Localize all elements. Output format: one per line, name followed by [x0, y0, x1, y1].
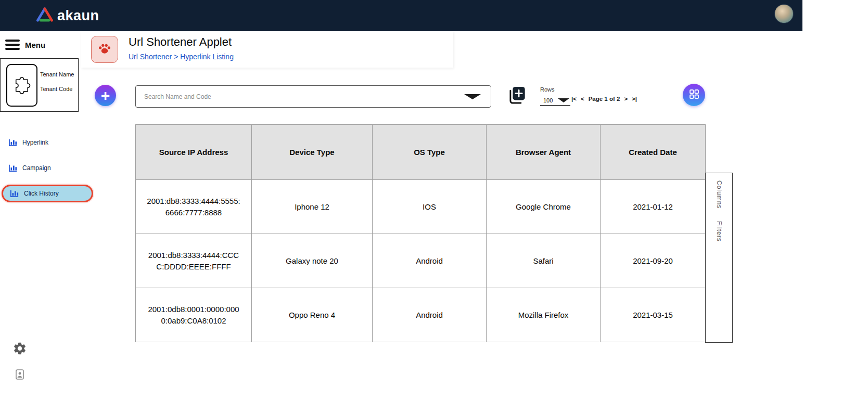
column-header-created-date: Created Date	[601, 125, 706, 180]
settings-button[interactable]	[12, 341, 28, 357]
cell-device-type: Iphone 12	[252, 180, 373, 234]
column-header-source-ip: Source IP Address	[136, 125, 252, 180]
hamburger-icon	[5, 40, 20, 50]
next-page-button[interactable]: >	[624, 96, 628, 102]
grid-icon	[688, 88, 700, 102]
search-input[interactable]	[135, 85, 491, 108]
column-header-os-type: OS Type	[373, 125, 487, 180]
sidebar-item-label: Campaign	[22, 164, 51, 172]
menu-toggle[interactable]: Menu	[0, 31, 79, 55]
sidebar-item-hyperlink[interactable]: Hyperlink	[0, 134, 79, 151]
tenant-selector[interactable]: Tenant Name Tenant Code	[0, 58, 79, 112]
cell-os-type: Android	[373, 234, 487, 288]
sidebar-nav: Hyperlink Campaign	[0, 134, 79, 202]
search-bar	[135, 85, 491, 108]
page-title: Url Shortener Applet	[129, 35, 232, 49]
table-header-row: Source IP Address Device Type OS Type Br…	[136, 125, 706, 180]
duplicate-add-button[interactable]	[506, 85, 527, 106]
logo-triangle-icon	[36, 7, 53, 24]
cell-os-type: IOS	[373, 180, 487, 234]
rows-per-page: Rows 100	[540, 86, 570, 106]
table-row[interactable]: 2001:0db8:0001:0000:0000:0ab9:C0A8:0102 …	[136, 288, 706, 342]
puzzle-icon	[11, 74, 32, 97]
tenant-app-frame	[6, 64, 37, 107]
cell-device-type: Oppo Reno 4	[252, 288, 373, 342]
table-options-panel: Columns Filters	[705, 173, 733, 343]
search-dropdown-icon[interactable]	[464, 94, 481, 99]
last-page-button[interactable]: >|	[632, 96, 637, 102]
tenant-name-label: Tenant Name	[40, 71, 74, 77]
breadcrumb[interactable]: Url Shortener > Hyperlink Listing	[129, 53, 234, 61]
column-header-device-type: Device Type	[252, 125, 373, 180]
plus-icon: +	[101, 87, 110, 104]
cell-browser-agent: Safari	[487, 234, 601, 288]
gear-icon	[12, 348, 27, 357]
cell-source-ip: 2001:db8:3333:4444:CCCC:DDDD:EEEE:FFFF	[136, 234, 252, 288]
cell-browser-agent: Mozilla Firefox	[487, 288, 601, 342]
topbar: akaun	[0, 0, 802, 31]
sidebar-item-label: Hyperlink	[22, 139, 48, 146]
contact-card-icon	[14, 373, 26, 382]
column-header-browser-agent: Browser Agent	[487, 125, 601, 180]
table-row[interactable]: 2001:db8:3333:4444:CCCC:DDDD:EEEE:FFFF G…	[136, 234, 706, 288]
first-page-button[interactable]: |<	[571, 96, 577, 102]
paw-icon	[97, 41, 112, 58]
cell-created-date: 2021-01-12	[601, 180, 706, 234]
table-row[interactable]: 2001:db8:3333:4444:5555:6666:7777:8888 I…	[136, 180, 706, 234]
rows-value: 100	[543, 97, 553, 104]
applet-header: Url Shortener Applet Url Shortener > Hyp…	[81, 31, 453, 68]
contact-button[interactable]	[14, 368, 27, 382]
click-history-table: Source IP Address Device Type OS Type Br…	[135, 124, 706, 342]
page-indicator: Page 1 of 2	[589, 96, 620, 102]
copy-plus-icon	[506, 98, 527, 107]
bar-chart-icon	[8, 164, 18, 172]
apps-grid-button[interactable]	[683, 84, 705, 106]
logo-text: akaun	[57, 8, 99, 24]
sidebar-item-label: Click History	[24, 190, 59, 197]
cell-source-ip: 2001:db8:3333:4444:5555:6666:7777:8888	[136, 180, 252, 234]
rows-label: Rows	[540, 86, 570, 93]
app-logo[interactable]: akaun	[36, 7, 99, 24]
menu-label: Menu	[25, 41, 45, 49]
rows-dropdown-icon	[558, 98, 569, 102]
user-avatar[interactable]	[774, 4, 794, 23]
rows-select[interactable]: 100	[540, 97, 570, 106]
bar-chart-icon	[8, 138, 18, 147]
pagination: |< < Page 1 of 2 > >|	[571, 96, 637, 102]
prev-page-button[interactable]: <	[581, 96, 584, 102]
cell-os-type: Android	[373, 288, 487, 342]
sidebar-item-click-history[interactable]: Click History	[2, 185, 93, 202]
cell-source-ip: 2001:0db8:0001:0000:0000:0ab9:C0A8:0102	[136, 288, 252, 342]
tenant-code-label: Tenant Code	[40, 86, 72, 92]
applet-icon	[91, 36, 118, 63]
cell-created-date: 2021-09-20	[601, 234, 706, 288]
filters-toggle[interactable]: Filters	[716, 221, 723, 242]
cell-created-date: 2021-03-15	[601, 288, 706, 342]
cell-browser-agent: Google Chrome	[487, 180, 601, 234]
cell-device-type: Galaxy note 20	[252, 234, 373, 288]
columns-toggle[interactable]: Columns	[716, 180, 723, 209]
sidebar-item-campaign[interactable]: Campaign	[0, 159, 79, 177]
add-button[interactable]: +	[95, 85, 116, 106]
bar-chart-icon	[10, 189, 19, 198]
sidebar: Menu Tenant Name Tenant Code Hyperlink	[0, 31, 79, 414]
